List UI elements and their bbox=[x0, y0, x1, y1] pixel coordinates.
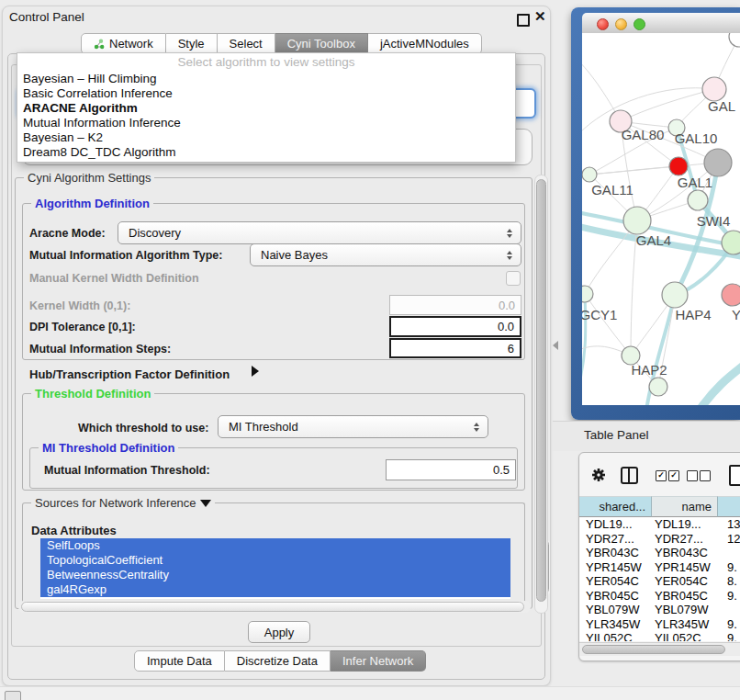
network-canvas[interactable]: GALGAL80GAL10GAL11GAL1GAL4SWI4GCY1HAP4YH… bbox=[582, 33, 740, 405]
table-row[interactable]: YDR27...YDR27...12 bbox=[579, 532, 740, 547]
column-header-shared-name[interactable]: shared... bbox=[579, 496, 652, 517]
column-header-name[interactable]: name bbox=[652, 496, 718, 517]
mi-type-label: Mutual Information Algorithm Type: bbox=[29, 249, 222, 262]
kernel-width-field[interactable]: 0.0 bbox=[389, 295, 521, 315]
scrollbar-thumb[interactable] bbox=[582, 645, 725, 654]
checked-checkbox-icon[interactable]: ✓ bbox=[668, 470, 679, 481]
table-row[interactable]: YBR045CYBR045C9. bbox=[579, 589, 740, 604]
network-node-gal11[interactable] bbox=[582, 167, 597, 182]
network-node[interactable] bbox=[704, 149, 732, 176]
table-cell: 12 bbox=[718, 532, 740, 547]
attribute-item-selected[interactable]: BetweennessCentrality bbox=[40, 568, 510, 582]
table-cell: 9. bbox=[718, 560, 740, 575]
table-cell bbox=[718, 603, 740, 617]
table-column-headers: shared... name bbox=[579, 496, 740, 517]
network-node-swi4[interactable] bbox=[722, 231, 740, 254]
table-cell: YLR345W bbox=[579, 617, 652, 632]
node-label: GAL4 bbox=[636, 232, 671, 248]
unchecked-checkbox-icon[interactable] bbox=[700, 470, 711, 481]
node-label: SWI4 bbox=[697, 213, 731, 229]
table-cell: 9. bbox=[718, 631, 740, 641]
tab-network[interactable]: Network bbox=[81, 33, 166, 54]
stepper-icon bbox=[503, 244, 516, 265]
scrollbar-thumb[interactable] bbox=[21, 602, 524, 612]
algorithm-option[interactable]: Bayesian – Hill Climbing bbox=[17, 72, 515, 86]
file-icon[interactable] bbox=[729, 465, 740, 486]
expand-arrow-icon[interactable] bbox=[252, 366, 259, 377]
cyni-bottom-tabbar: Impute Data Discretize Data Infer Networ… bbox=[134, 650, 426, 672]
algorithm-option[interactable]: Mutual Information Inference bbox=[17, 116, 515, 130]
network-node-hap4[interactable] bbox=[662, 282, 688, 308]
attribute-item-selected[interactable]: TopologicalCoefficient bbox=[40, 553, 510, 568]
mi-threshold-field[interactable]: 0.5 bbox=[386, 459, 516, 480]
field-value: 0.0 bbox=[499, 299, 515, 312]
checked-checkbox-icon[interactable]: ✓ bbox=[656, 470, 667, 481]
column-layout-icon[interactable] bbox=[621, 467, 638, 484]
tab-cyni-toolbox[interactable]: Cyni Toolbox bbox=[275, 33, 368, 54]
splitter-collapse-icon[interactable] bbox=[553, 341, 558, 350]
aracne-mode-combo[interactable]: Discovery bbox=[118, 221, 521, 244]
tab-infer-network[interactable]: Infer Network bbox=[331, 650, 426, 672]
network-node-gal1[interactable] bbox=[688, 190, 708, 210]
close-window-icon[interactable] bbox=[597, 18, 609, 30]
algorithm-option[interactable]: ARACNE Algorithm bbox=[17, 101, 515, 116]
algorithm-option[interactable]: Basic Correlation Inference bbox=[17, 86, 515, 101]
network-node-y[interactable] bbox=[722, 284, 740, 306]
tab-discretize-data[interactable]: Discretize Data bbox=[225, 650, 331, 672]
tab-select[interactable]: Select bbox=[218, 33, 275, 54]
data-attributes-label: Data Attributes bbox=[31, 524, 117, 537]
table-row[interactable]: YDL19...YDL19...13 bbox=[579, 517, 740, 532]
combo-value: Discovery bbox=[129, 226, 181, 240]
manual-kernel-checkbox[interactable] bbox=[506, 271, 521, 286]
network-node-gcy1[interactable] bbox=[582, 286, 593, 302]
minimize-window-icon[interactable] bbox=[615, 18, 627, 30]
collapse-triangle-icon[interactable] bbox=[200, 500, 211, 507]
unchecked-checkbox-icon[interactable] bbox=[687, 470, 698, 481]
corner-button[interactable] bbox=[5, 691, 21, 700]
dropdown-option-list: Bayesian – Hill ClimbingBasic Correlatio… bbox=[17, 72, 515, 160]
field-value: 0.5 bbox=[493, 463, 510, 477]
mi-steps-field[interactable]: 6 bbox=[389, 338, 521, 358]
scrollbar-thumb[interactable] bbox=[536, 179, 546, 602]
table-row[interactable]: YPR145WYPR145W9. bbox=[579, 560, 740, 575]
table-row[interactable]: YIL052CYIL052C9. bbox=[579, 631, 740, 641]
tab-style[interactable]: Style bbox=[166, 33, 218, 54]
settings-vertical-scrollbar[interactable] bbox=[534, 175, 548, 614]
tab-jactivemnodules[interactable]: jActiveMNodules bbox=[368, 33, 482, 54]
table-row[interactable]: YER054CYER054C8. bbox=[579, 574, 740, 589]
mi-type-combo[interactable]: Naive Bayes bbox=[250, 243, 521, 266]
zoom-window-icon[interactable] bbox=[633, 18, 645, 30]
tab-impute-data[interactable]: Impute Data bbox=[134, 650, 225, 672]
tab-label: Cyni Toolbox bbox=[287, 37, 355, 51]
attribute-item-selected[interactable]: SelfLoops bbox=[40, 538, 510, 553]
network-node[interactable] bbox=[669, 157, 688, 175]
apply-button[interactable]: Apply bbox=[248, 621, 310, 643]
table-row[interactable]: YBR043CYBR043C bbox=[579, 546, 740, 560]
network-node[interactable] bbox=[649, 378, 667, 396]
column-header-partial[interactable] bbox=[718, 496, 740, 517]
table-horizontal-scrollbar[interactable] bbox=[579, 642, 740, 656]
float-window-icon[interactable] bbox=[517, 14, 530, 27]
network-edge bbox=[589, 163, 718, 175]
close-panel-icon[interactable]: ✕ bbox=[534, 8, 546, 25]
table-row[interactable]: YLR345WYLR345W9. bbox=[579, 617, 740, 632]
settings-horizontal-scrollbar[interactable] bbox=[18, 601, 531, 613]
network-edge bbox=[700, 364, 740, 405]
attribute-item-selected[interactable]: gal4RGexp bbox=[40, 582, 510, 597]
which-threshold-combo[interactable]: MI Threshold bbox=[218, 415, 488, 438]
network-node[interactable] bbox=[729, 33, 740, 47]
tab-label: Infer Network bbox=[342, 654, 413, 668]
dpi-tolerance-field[interactable]: 0.0 bbox=[389, 316, 521, 337]
table-cell: YER054C bbox=[579, 574, 652, 589]
data-attributes-list[interactable]: SelfLoopsTopologicalCoefficientBetweenne… bbox=[40, 538, 510, 599]
network-node-gal4[interactable] bbox=[623, 207, 651, 234]
group-title: Threshold Definition bbox=[31, 387, 154, 401]
algorithm-option[interactable]: Dream8 DC_TDC Algorithm bbox=[17, 145, 515, 160]
mi-steps-label: Mutual Information Steps: bbox=[29, 343, 171, 356]
table-cell: YDL19... bbox=[579, 517, 652, 532]
hub-definition-label[interactable]: Hub/Transcription Factor Definition bbox=[29, 367, 230, 381]
network-window-titlebar[interactable] bbox=[582, 13, 740, 34]
gear-icon[interactable] bbox=[591, 468, 606, 482]
algorithm-option[interactable]: Bayesian – K2 bbox=[17, 130, 515, 145]
table-row[interactable]: YBL079WYBL079W bbox=[579, 603, 740, 617]
